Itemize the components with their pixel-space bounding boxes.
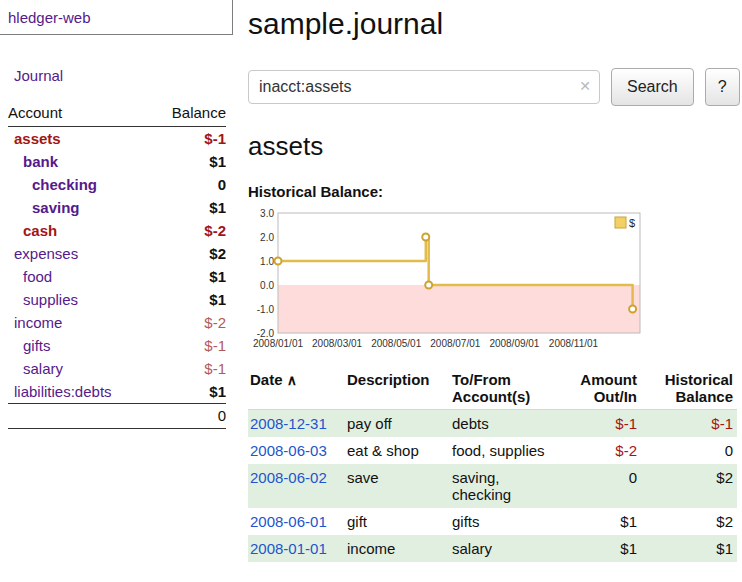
data-point-marker: [629, 306, 636, 313]
account-row: supplies$1: [8, 288, 226, 311]
accounts-table: Account Balance assets$-1bank$1checking0…: [8, 102, 226, 429]
account-row: cash$-2: [8, 219, 226, 242]
register-amount: $1: [560, 535, 641, 562]
register-header-accounts: To/From Account(s): [450, 369, 560, 410]
main-content: sample.journal ✕ Search ? assets Histori…: [248, 0, 737, 562]
account-link[interactable]: gifts: [23, 337, 51, 354]
y-tick-label: 1.0: [260, 256, 274, 267]
account-link[interactable]: checking: [32, 176, 97, 193]
register-row: 2008-12-31pay offdebts$-1$-1: [248, 410, 737, 438]
app-title-bar: hledger-web: [0, 0, 233, 35]
data-point-marker: [422, 234, 429, 241]
register-amount: $-1: [560, 410, 641, 438]
account-balance: $-1: [150, 127, 226, 151]
data-point-marker: [425, 282, 432, 289]
y-tick-label: -2.0: [257, 328, 275, 339]
sidebar-item-journal[interactable]: Journal: [14, 67, 63, 84]
register-header-date-label: Date: [250, 371, 283, 388]
account-link[interactable]: food: [23, 268, 52, 285]
account-row: bank$1: [8, 150, 226, 173]
account-link[interactable]: cash: [23, 222, 57, 239]
account-link[interactable]: liabilities:debts: [14, 383, 112, 400]
accounts-header-account: Account: [8, 102, 150, 127]
search-button[interactable]: Search: [611, 68, 694, 106]
account-balance: 0: [150, 173, 226, 196]
account-balance: $-2: [150, 219, 226, 242]
register-amount: $1: [560, 508, 641, 535]
y-tick-label: 3.0: [260, 208, 274, 219]
sort-asc-icon: ∧: [287, 372, 297, 388]
register-accounts: saving, checking: [450, 464, 560, 508]
account-heading: assets: [248, 131, 737, 162]
account-row: expenses$2: [8, 242, 226, 265]
register-table-body: 2008-12-31pay offdebts$-1$-12008-06-03ea…: [248, 410, 737, 563]
register-date-link[interactable]: 2008-12-31: [250, 415, 327, 432]
account-row: salary$-1: [8, 357, 226, 380]
account-link[interactable]: income: [14, 314, 62, 331]
register-header-description: Description: [345, 369, 450, 410]
account-balance: $-2: [150, 311, 226, 334]
search-box: ✕: [248, 70, 600, 104]
register-header-date[interactable]: Date ∧: [248, 369, 345, 410]
register-accounts: food, supplies: [450, 437, 560, 464]
register-balance: $-1: [641, 410, 737, 438]
register-description: eat & shop: [345, 437, 450, 464]
register-date-link[interactable]: 2008-06-03: [250, 442, 327, 459]
search-row: ✕ Search ?: [248, 68, 737, 106]
search-input[interactable]: [248, 70, 600, 104]
register-description: pay off: [345, 410, 450, 438]
account-row: saving$1: [8, 196, 226, 219]
register-balance: $2: [641, 508, 737, 535]
register-accounts: salary: [450, 535, 560, 562]
register-header-amount: Amount Out/In: [560, 369, 641, 410]
x-tick-label: 2008/09/01: [489, 338, 539, 349]
account-link[interactable]: supplies: [23, 291, 78, 308]
account-balance: $1: [150, 380, 226, 404]
register-date-link[interactable]: 2008-06-02: [250, 469, 327, 486]
x-tick-label: 2008/11/01: [549, 338, 599, 349]
register-balance: $2: [641, 464, 737, 508]
legend-swatch: [615, 217, 626, 228]
account-row: liabilities:debts$1: [8, 380, 226, 404]
register-amount: $-2: [560, 437, 641, 464]
sidebar: hledger-web Journal Account Balance asse…: [0, 0, 240, 429]
accounts-table-body: assets$-1bank$1checking0saving$1cash$-2e…: [8, 127, 226, 404]
x-tick-label: 2008/01/01: [253, 338, 303, 349]
account-row: food$1: [8, 265, 226, 288]
account-link[interactable]: saving: [32, 199, 80, 216]
y-tick-label: 2.0: [260, 232, 274, 243]
account-link[interactable]: assets: [14, 130, 61, 147]
register-row: 2008-06-01giftgifts$1$2: [248, 508, 737, 535]
register-accounts: gifts: [450, 508, 560, 535]
legend-label: $: [629, 217, 635, 229]
app-title-link[interactable]: hledger-web: [8, 9, 91, 26]
account-balance: $1: [150, 265, 226, 288]
register-date-link[interactable]: 2008-01-01: [250, 540, 327, 557]
chart-title: Historical Balance:: [248, 183, 737, 200]
register-date-link[interactable]: 2008-06-01: [250, 513, 327, 530]
negative-region: [278, 285, 640, 333]
account-link[interactable]: salary: [23, 360, 63, 377]
account-link[interactable]: bank: [23, 153, 58, 170]
account-row: checking0: [8, 173, 226, 196]
clear-search-icon[interactable]: ✕: [579, 78, 591, 94]
register-row: 2008-06-02savesaving, checking0$2: [248, 464, 737, 508]
register-row: 2008-01-01incomesalary$1$1: [248, 535, 737, 562]
accounts-header-balance: Balance: [150, 102, 226, 127]
y-tick-label: -1.0: [257, 304, 275, 315]
x-tick-label: 2008/05/01: [371, 338, 421, 349]
register-table: Date ∧ Description To/From Account(s) Am…: [248, 369, 737, 562]
register-accounts: debts: [450, 410, 560, 438]
account-balance: $2: [150, 242, 226, 265]
register-amount: 0: [560, 464, 641, 508]
help-button[interactable]: ?: [705, 68, 740, 106]
account-link[interactable]: expenses: [14, 245, 78, 262]
register-row: 2008-06-03eat & shopfood, supplies$-20: [248, 437, 737, 464]
accounts-total-balance: 0: [150, 404, 226, 429]
account-balance: $-1: [150, 334, 226, 357]
register-description: save: [345, 464, 450, 508]
register-description: income: [345, 535, 450, 562]
register-description: gift: [345, 508, 450, 535]
y-tick-label: 0.0: [260, 280, 274, 291]
register-balance: 0: [641, 437, 737, 464]
